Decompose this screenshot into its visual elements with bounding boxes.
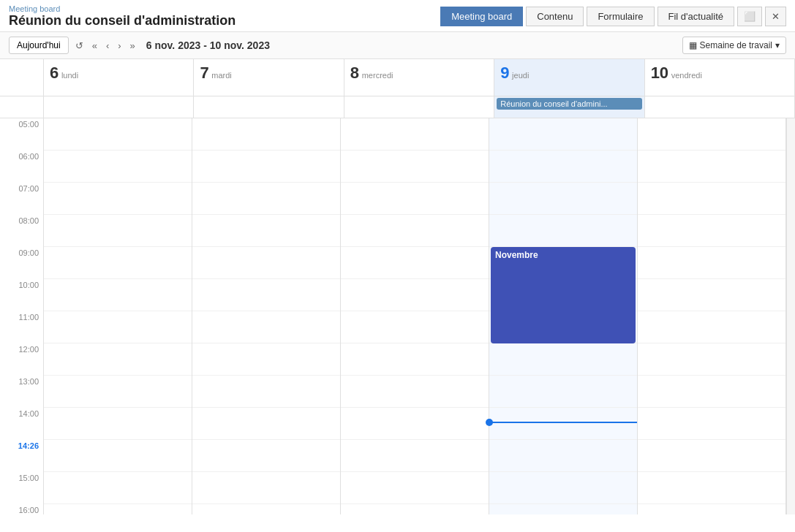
day-num-wed: 8 — [350, 64, 359, 82]
time-11: 11:00 — [0, 311, 43, 343]
hour-mon-17[interactable] — [44, 504, 192, 514]
hour-mon-12[interactable] — [44, 343, 192, 376]
hour-thu-13[interactable] — [489, 376, 637, 408]
hour-fri-10[interactable] — [638, 279, 785, 311]
scrollbar[interactable] — [786, 118, 795, 514]
hour-tue-06[interactable] — [192, 151, 340, 183]
time-05: 05:00 — [0, 118, 43, 151]
hour-wed-10[interactable] — [341, 279, 489, 311]
hour-thu-07[interactable] — [489, 183, 637, 215]
hour-thu-08[interactable] — [489, 215, 637, 247]
hour-tue-13[interactable] — [192, 376, 340, 408]
tab-fil-actualite[interactable]: Fil d'actualité — [658, 7, 734, 26]
hour-wed-14[interactable] — [341, 408, 489, 440]
hour-fri-08[interactable] — [638, 215, 785, 247]
hour-mon-08[interactable] — [44, 215, 192, 247]
day-num-mon: 6 — [50, 64, 59, 82]
hour-wed-11[interactable] — [341, 311, 489, 343]
hour-tue-16[interactable] — [192, 472, 340, 504]
hour-wed-16[interactable] — [341, 472, 489, 504]
hour-mon-09[interactable] — [44, 247, 192, 279]
hour-thu-16[interactable] — [489, 472, 637, 504]
hour-wed-09[interactable] — [341, 247, 489, 279]
close-button[interactable]: ✕ — [765, 7, 786, 26]
all-day-row: Réunion du conseil d'admini... — [0, 96, 795, 118]
hour-fri-05[interactable] — [638, 118, 785, 151]
current-time-line — [489, 422, 637, 423]
all-day-event[interactable]: Réunion du conseil d'admini... — [497, 98, 641, 110]
time-09: 09:00 — [0, 247, 43, 279]
hour-wed-17[interactable] — [341, 504, 489, 514]
all-day-wed — [344, 96, 494, 118]
hour-thu-12[interactable] — [489, 343, 637, 376]
hour-thu-15[interactable] — [489, 440, 637, 472]
hour-fri-15[interactable] — [638, 440, 785, 472]
hour-tue-08[interactable] — [192, 215, 340, 247]
nav-next-button[interactable]: › — [116, 39, 123, 53]
nav-prev-button[interactable]: ‹ — [104, 39, 111, 53]
nav-first-button[interactable]: « — [90, 39, 99, 53]
hour-mon-11[interactable] — [44, 311, 192, 343]
hour-wed-06[interactable] — [341, 151, 489, 183]
hour-mon-14[interactable] — [44, 408, 192, 440]
event-novembre[interactable]: Novembre — [491, 247, 636, 343]
hour-mon-10[interactable] — [44, 279, 192, 311]
hour-mon-13[interactable] — [44, 376, 192, 408]
hour-tue-15[interactable] — [192, 440, 340, 472]
hour-fri-07[interactable] — [638, 183, 785, 215]
hour-wed-07[interactable] — [341, 183, 489, 215]
refresh-button[interactable]: ↺ — [73, 39, 86, 53]
hour-tue-10[interactable] — [192, 279, 340, 311]
all-day-thu[interactable]: Réunion du conseil d'admini... — [494, 96, 644, 118]
time-14: 14:00 — [0, 408, 43, 440]
hour-fri-09[interactable] — [638, 247, 785, 279]
hour-fri-12[interactable] — [638, 343, 785, 376]
hour-tue-07[interactable] — [192, 183, 340, 215]
hour-thu-05[interactable] — [489, 118, 637, 151]
hour-mon-06[interactable] — [44, 151, 192, 183]
hour-thu-14[interactable] — [489, 408, 637, 440]
day-col-thu: Novembre — [489, 118, 638, 514]
time-gutter-header — [0, 59, 44, 96]
hour-wed-15[interactable] — [341, 440, 489, 472]
app-header: Meeting board Réunion du conseil d'admin… — [0, 0, 795, 32]
hour-mon-05[interactable] — [44, 118, 192, 151]
day-num-tue: 7 — [200, 64, 208, 82]
page-title: Réunion du conseil d'administration — [9, 13, 236, 28]
nav-last-button[interactable]: » — [128, 39, 137, 53]
hour-fri-14[interactable] — [638, 408, 785, 440]
calendar-body: 05:00 06:00 07:00 08:00 09:00 10:00 11:0… — [0, 118, 795, 514]
hour-mon-16[interactable] — [44, 472, 192, 504]
view-selector[interactable]: ▦ Semaine de travail ▾ — [682, 37, 786, 54]
hour-fri-17[interactable] — [638, 504, 785, 514]
hour-tue-05[interactable] — [192, 118, 340, 151]
hour-wed-12[interactable] — [341, 343, 489, 376]
window-resize-button[interactable]: ⬜ — [737, 7, 762, 26]
hour-tue-14[interactable] — [192, 408, 340, 440]
hour-mon-15[interactable] — [44, 440, 192, 472]
hour-wed-13[interactable] — [341, 376, 489, 408]
breadcrumb: Meeting board — [9, 4, 236, 13]
calendar-container: 6 lundi 7 mardi 8 mercredi 9 jeudi 10 ve… — [0, 59, 795, 514]
hour-wed-05[interactable] — [341, 118, 489, 151]
hour-tue-11[interactable] — [192, 311, 340, 343]
hour-tue-12[interactable] — [192, 343, 340, 376]
today-button[interactable]: Aujourd'hui — [9, 37, 69, 54]
hour-thu-06[interactable] — [489, 151, 637, 183]
hour-wed-08[interactable] — [341, 215, 489, 247]
hour-tue-17[interactable] — [192, 504, 340, 514]
tab-formulaire[interactable]: Formulaire — [587, 7, 654, 26]
hour-thu-17[interactable] — [489, 504, 637, 514]
tab-contenu[interactable]: Contenu — [526, 7, 584, 26]
time-08: 08:00 — [0, 215, 43, 247]
hour-fri-13[interactable] — [638, 376, 785, 408]
hour-fri-11[interactable] — [638, 311, 785, 343]
time-10: 10:00 — [0, 279, 43, 311]
hour-fri-16[interactable] — [638, 472, 785, 504]
tab-meeting-board[interactable]: Meeting board — [440, 7, 523, 26]
day-name-mon: lundi — [61, 71, 78, 80]
hour-tue-09[interactable] — [192, 247, 340, 279]
hour-fri-06[interactable] — [638, 151, 785, 183]
hour-mon-07[interactable] — [44, 183, 192, 215]
day-num-thu: 9 — [500, 64, 509, 82]
